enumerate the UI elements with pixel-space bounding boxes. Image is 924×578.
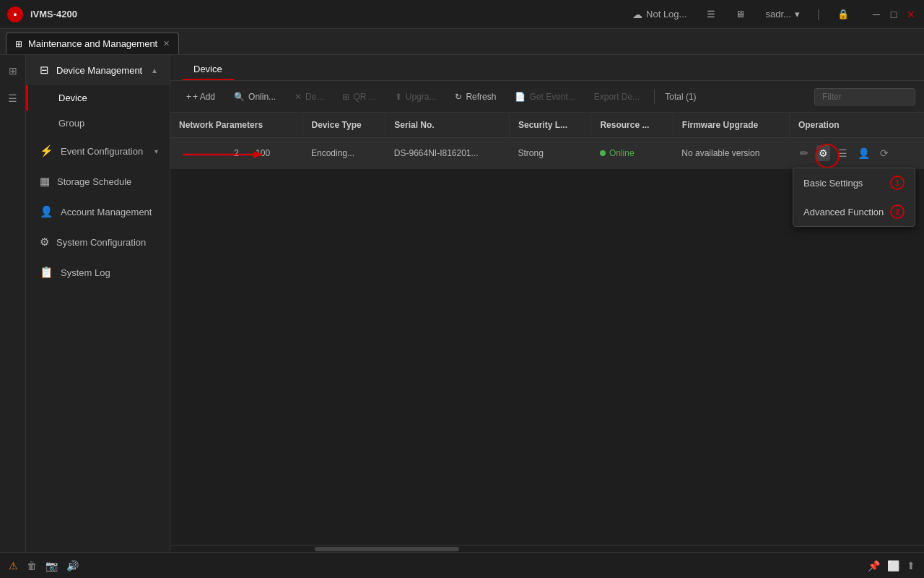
- online-search-button[interactable]: 🔍 Onlin...: [227, 88, 283, 105]
- log-icon: 📋: [40, 266, 53, 279]
- chevron-down-icon: ▾: [154, 147, 158, 155]
- upload-icon: ⬆: [395, 92, 402, 102]
- system-config-icon: ⚙: [40, 236, 49, 249]
- app-logo: ●: [7, 7, 23, 22]
- hamburger-icon[interactable]: ☰: [5, 90, 20, 107]
- refresh-button[interactable]: ↻ Refresh: [448, 88, 503, 105]
- sidebar-item-storage-schedule[interactable]: ▦ Storage Schedule: [26, 166, 170, 197]
- toolbar-separator: [654, 90, 655, 104]
- gear-settings-icon[interactable]: ⚙: [816, 145, 830, 161]
- col-serial-no: Serial No.: [385, 113, 510, 138]
- plus-icon: +: [186, 92, 191, 102]
- cell-serial-no: DS-9664NI-I816201...: [385, 138, 510, 169]
- cell-network-params: 2 100: [170, 138, 302, 169]
- sidebar-item-device[interactable]: Device: [26, 85, 170, 111]
- device-management-icon: ⊟: [40, 64, 49, 77]
- warning-icon[interactable]: ⚠: [9, 560, 18, 571]
- user-management-icon[interactable]: 👤: [855, 145, 872, 161]
- monitor-icon: 🖥: [736, 9, 745, 20]
- monitor-icon-btn[interactable]: 🖥: [730, 6, 751, 22]
- chevron-up-icon: ▲: [151, 66, 158, 74]
- event-icon: ⚡: [40, 144, 53, 158]
- cell-operation: ✏ ⚙ ☰ 👤 ⟳: [789, 138, 924, 169]
- col-device-type: Device Type: [302, 113, 385, 138]
- volume-icon[interactable]: 🔊: [66, 560, 79, 571]
- delete-button[interactable]: ✕ De...: [287, 88, 331, 105]
- apps-grid-icon[interactable]: ⊞: [6, 62, 20, 79]
- basic-settings-num: 1: [890, 176, 905, 190]
- title-controls: ☁ Not Log... ☰ 🖥 sadr... ▾ | 🔒 ─ □ ✕: [627, 6, 917, 23]
- bottom-right-icons: 📌 ⬜ ⬆: [868, 560, 915, 571]
- upgrade-button[interactable]: ⬆ Upgra...: [388, 88, 444, 105]
- minimize-button[interactable]: ─: [871, 9, 882, 20]
- sync-icon[interactable]: ⟳: [878, 145, 891, 161]
- sidebar-item-group[interactable]: Group: [26, 111, 170, 136]
- lock-icon: 🔒: [837, 9, 849, 20]
- status-online-dot: [600, 150, 606, 156]
- advanced-function-num: 2: [890, 204, 905, 219]
- col-operation: Operation: [789, 113, 924, 138]
- maximize-button[interactable]: □: [888, 9, 899, 20]
- tab-bar: ⊞ Maintenance and Management ✕: [0, 29, 924, 55]
- tab-icon: ⊞: [15, 39, 22, 49]
- advanced-function-item[interactable]: Advanced Function 2: [793, 197, 915, 226]
- gear-dropdown-menu: Basic Settings 1 Advanced Function 2: [793, 168, 915, 227]
- tab-close-button[interactable]: ✕: [163, 39, 170, 48]
- col-resource-status: Resource ...: [591, 113, 673, 138]
- table-row: 2 100 Encoding... DS-9664NI-I816201... S…: [170, 138, 924, 169]
- account-icon: 👤: [40, 205, 53, 218]
- col-firmware-upgrade: Firmware Upgrade: [673, 113, 789, 138]
- list-icon: ☰: [707, 9, 715, 20]
- x-icon: ✕: [295, 92, 302, 102]
- sidebar-item-account-management[interactable]: 👤 Account Management: [26, 197, 170, 227]
- basic-settings-item[interactable]: Basic Settings 1: [793, 168, 915, 197]
- edit-icon[interactable]: ✏: [798, 145, 811, 161]
- sidebar-item-system-configuration[interactable]: ⚙ System Configuration: [26, 227, 170, 257]
- scrollbar-thumb[interactable]: [315, 547, 459, 551]
- file-icon: 📄: [515, 92, 526, 102]
- sidebar-item-system-log[interactable]: 📋 System Log: [26, 257, 170, 288]
- bottom-bar: ⚠ 🗑 📷 🔊 📌 ⬜ ⬆: [0, 552, 924, 578]
- content-area: Device + + Add 🔍 Onlin... ✕ De... ⊞ QR .…: [170, 55, 924, 552]
- window-controls: ─ □ ✕: [871, 9, 917, 20]
- filter-input[interactable]: [814, 88, 915, 105]
- refresh-icon: ↻: [455, 92, 462, 102]
- maintenance-tab[interactable]: ⊞ Maintenance and Management ✕: [6, 33, 179, 54]
- total-count: Total (1): [665, 92, 696, 102]
- col-network-params: Network Parameters: [170, 113, 302, 138]
- get-events-button[interactable]: 📄 Get Event...: [507, 88, 582, 105]
- qr-icon: ⊞: [342, 92, 349, 102]
- tab-device[interactable]: Device: [182, 59, 234, 80]
- app-title: iVMS-4200: [30, 9, 77, 20]
- list-icon-btn[interactable]: ☰: [701, 6, 721, 22]
- sidebar: ⊟ Device Management ▲ Device Group ⚡ Eve…: [26, 55, 170, 552]
- pin-icon[interactable]: 📌: [868, 560, 880, 571]
- title-bar: ● iVMS-4200 ☁ Not Log... ☰ 🖥 sadr... ▾ |…: [0, 0, 924, 29]
- left-panel-toggle: ⊞ ☰: [0, 55, 26, 552]
- storage-icon: ▦: [40, 175, 50, 188]
- delete-bottom-icon[interactable]: 🗑: [27, 560, 37, 571]
- toolbar: + + Add 🔍 Onlin... ✕ De... ⊞ QR ... ⬆ Up…: [170, 81, 924, 113]
- sidebar-item-event-configuration[interactable]: ⚡ Event Configuration ▾: [26, 136, 170, 166]
- add-button[interactable]: + + Add: [179, 88, 222, 105]
- cell-security-level: Strong: [509, 138, 590, 169]
- main-layout: ⊞ ☰ ⊟ Device Management ▲ Device Group ⚡…: [0, 55, 924, 552]
- cell-firmware: No available version: [673, 138, 789, 169]
- device-tab-row: Device: [170, 55, 924, 81]
- camera-icon[interactable]: 📷: [45, 560, 58, 571]
- cell-resource-status: Online: [591, 138, 673, 169]
- chevron-down-icon: ▾: [795, 9, 800, 20]
- cloud-status-btn[interactable]: ☁ Not Log...: [627, 6, 692, 23]
- lock-icon-btn[interactable]: 🔒: [832, 6, 855, 22]
- horizontal-scrollbar[interactable]: [170, 545, 924, 552]
- sidebar-item-device-management[interactable]: ⊟ Device Management ▲: [26, 55, 170, 85]
- qr-button[interactable]: ⊞ QR ...: [335, 88, 383, 105]
- user-btn[interactable]: sadr... ▾: [759, 6, 805, 22]
- search-icon: 🔍: [234, 92, 245, 102]
- col-security-level: Security L...: [509, 113, 590, 138]
- close-button[interactable]: ✕: [905, 9, 917, 20]
- fullscreen-icon[interactable]: ⬜: [887, 560, 899, 571]
- expand-icon[interactable]: ⬆: [907, 560, 915, 571]
- list-details-icon[interactable]: ☰: [836, 145, 850, 161]
- export-button[interactable]: Export De...: [587, 88, 647, 105]
